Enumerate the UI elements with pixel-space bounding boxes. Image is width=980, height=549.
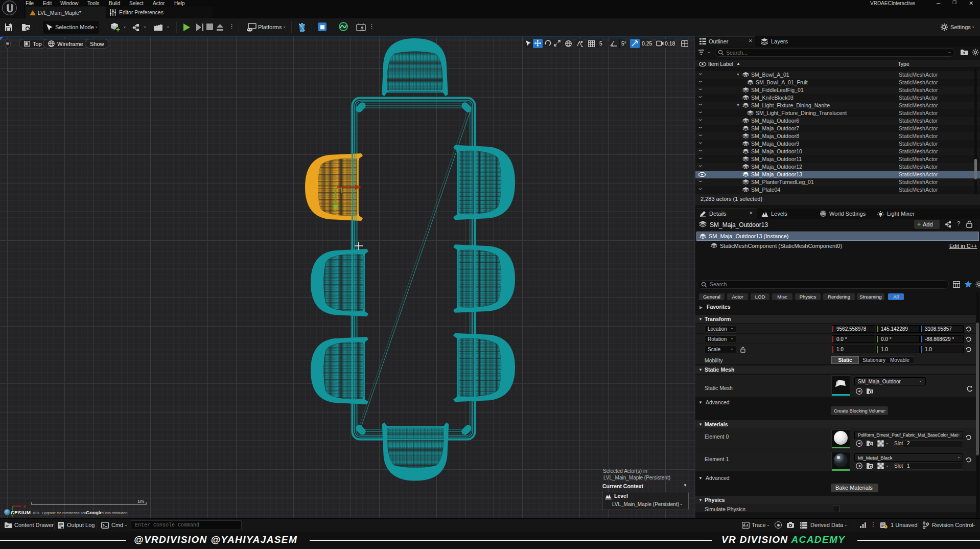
svg-text:X: X bbox=[23, 504, 26, 509]
svg-text:1m: 1m bbox=[137, 499, 144, 504]
